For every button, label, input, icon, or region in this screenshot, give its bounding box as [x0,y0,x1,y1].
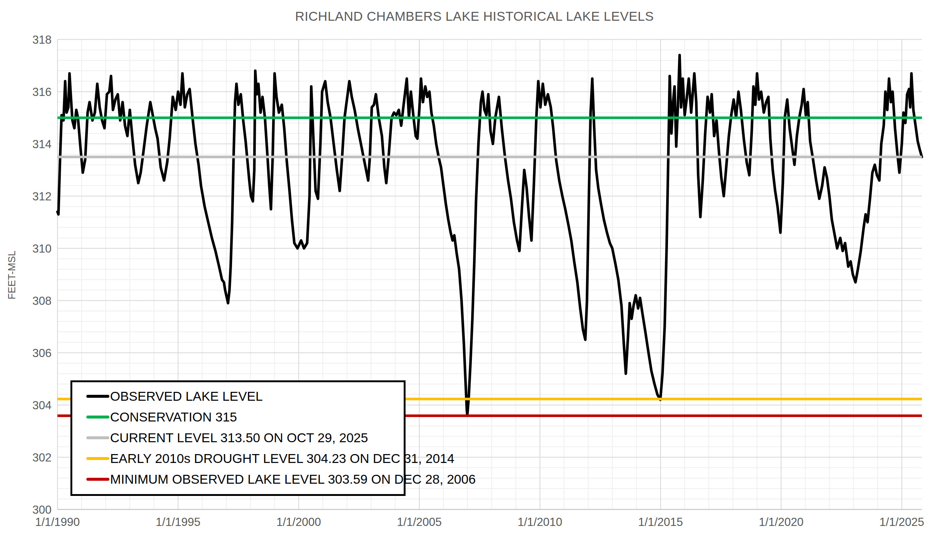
observed-line-swatch-icon [86,395,110,398]
current-level-line-swatch-icon [86,436,110,439]
y-tick-label: 306 [32,347,51,360]
legend-label: CURRENT LEVEL 313.50 ON OCT 29, 2025 [110,430,368,445]
x-tick-label: 1/1/2000 [276,515,321,529]
legend-label: OBSERVED LAKE LEVEL [110,389,263,404]
legend-item-conservation: CONSERVATION 315 [72,409,404,425]
conservation-line-swatch-icon [86,415,110,418]
legend-item-minimum-level: MINIMUM OBSERVED LAKE LEVEL 303.59 ON DE… [72,471,404,488]
reference-lines [57,118,922,415]
y-axis-title: FEET-MSL [6,246,18,305]
x-tick-label: 1/1/2010 [517,515,562,529]
x-tick-label: 1/1/2020 [759,515,804,529]
y-tick-label: 302 [32,451,51,464]
y-tick-label: 304 [32,399,51,412]
chart-title: RICHLAND CHAMBERS LAKE HISTORICAL LAKE L… [0,9,949,24]
y-tick-label: 314 [32,138,51,151]
y-tick-label: 310 [32,242,51,255]
x-tick-label: 1/1/2015 [638,515,683,529]
legend-box: OBSERVED LAKE LEVEL CONSERVATION 315 CUR… [71,380,406,496]
legend-label: MINIMUM OBSERVED LAKE LEVEL 303.59 ON DE… [110,472,475,487]
x-tick-label: 1/1/2005 [397,515,442,529]
lake-levels-chart: 3003023043063083103123143163181/1/19901/… [0,0,949,560]
observed-lake-level-series [57,55,922,415]
y-tick-label: 308 [32,294,51,308]
x-tick-label: 1/1/1990 [35,515,80,529]
legend-item-drought-level: EARLY 2010s DROUGHT LEVEL 304.23 ON DEC … [72,450,404,467]
legend-item-observed-lake-level: OBSERVED LAKE LEVEL [72,388,404,405]
legend-label: CONSERVATION 315 [110,410,237,425]
minimum-level-line-swatch-icon [86,478,110,481]
y-tick-label: 312 [32,190,51,203]
legend-item-current-level: CURRENT LEVEL 313.50 ON OCT 29, 2025 [72,430,404,446]
legend-label: EARLY 2010s DROUGHT LEVEL 304.23 ON DEC … [110,451,454,466]
drought-level-line-swatch-icon [86,457,110,460]
y-tick-label: 300 [32,503,51,516]
y-tick-label: 318 [32,33,51,46]
y-tick-label: 316 [32,86,51,98]
x-tick-label: 1/1/2025 [879,515,924,529]
x-tick-label: 1/1/1995 [156,515,201,529]
